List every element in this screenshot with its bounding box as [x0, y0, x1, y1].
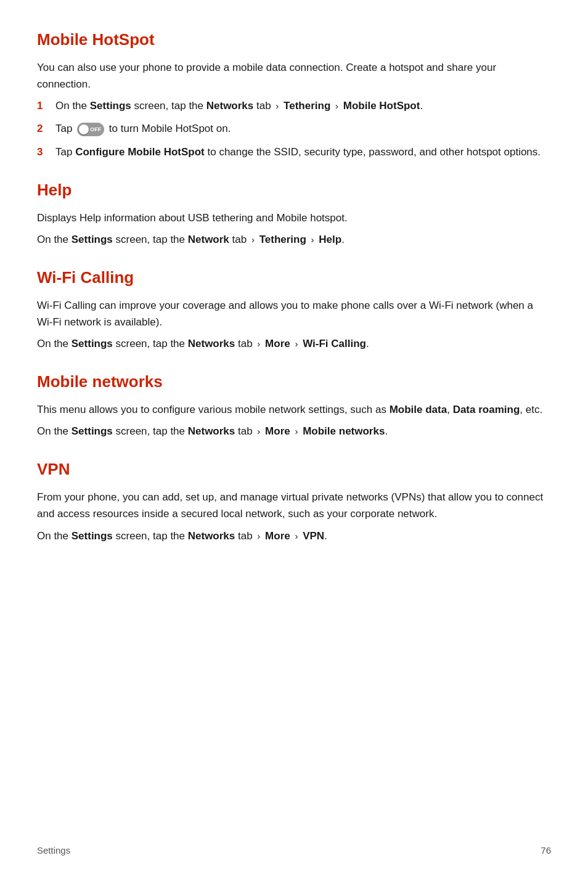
- footer-page-number: 76: [541, 844, 551, 858]
- section-title-vpn: VPN: [37, 459, 551, 480]
- vpn-text-2: On the Settings screen, tap the Networks…: [37, 528, 551, 544]
- hotspot-step-3: 3 Tap Configure Mobile HotSpot to change…: [37, 144, 551, 160]
- vpn-text-1: From your phone, you can add, set up, an…: [37, 489, 551, 522]
- section-body-vpn: From your phone, you can add, set up, an…: [37, 489, 551, 544]
- help-text-2: On the Settings screen, tap the Network …: [37, 231, 551, 248]
- page-footer: Settings 76: [37, 844, 551, 858]
- section-title-mobile-hotspot: Mobile HotSpot: [37, 30, 551, 51]
- mobile-networks-text-2: On the Settings screen, tap the Networks…: [37, 423, 551, 439]
- section-title-wifi-calling: Wi-Fi Calling: [37, 267, 551, 288]
- section-mobile-networks: Mobile networks This menu allows you to …: [37, 372, 551, 439]
- hotspot-step-1: 1 On the Settings screen, tap the Networ…: [37, 97, 551, 114]
- section-title-help: Help: [37, 180, 551, 201]
- section-body-mobile-hotspot: You can also use your phone to provide a…: [37, 59, 551, 160]
- wifi-calling-text-1: Wi-Fi Calling can improve your coverage …: [37, 297, 551, 330]
- section-wifi-calling: Wi-Fi Calling Wi-Fi Calling can improve …: [37, 267, 551, 352]
- section-title-mobile-networks: Mobile networks: [37, 372, 551, 393]
- toggle-icon: OFF: [77, 123, 104, 136]
- step-number-2: 2: [37, 120, 52, 137]
- step-text-2: Tap OFF to turn Mobile HotSpot on.: [55, 120, 551, 137]
- section-mobile-hotspot: Mobile HotSpot You can also use your pho…: [37, 30, 551, 160]
- hotspot-intro: You can also use your phone to provide a…: [37, 59, 551, 92]
- step-text-1: On the Settings screen, tap the Networks…: [55, 97, 551, 114]
- footer-left-label: Settings: [37, 844, 70, 858]
- step-number-3: 3: [37, 144, 52, 160]
- section-body-mobile-networks: This menu allows you to configure variou…: [37, 401, 551, 439]
- help-text-1: Displays Help information about USB teth…: [37, 210, 551, 226]
- page: Mobile HotSpot You can also use your pho…: [0, 0, 588, 882]
- step-number-1: 1: [37, 97, 52, 114]
- hotspot-steps: 1 On the Settings screen, tap the Networ…: [37, 97, 551, 160]
- section-help: Help Displays Help information about USB…: [37, 180, 551, 248]
- section-body-wifi-calling: Wi-Fi Calling can improve your coverage …: [37, 297, 551, 353]
- hotspot-step-2: 2 Tap OFF to turn Mobile HotSpot on.: [37, 120, 551, 137]
- section-vpn: VPN From your phone, you can add, set up…: [37, 459, 551, 544]
- section-body-help: Displays Help information about USB teth…: [37, 210, 551, 248]
- mobile-networks-text-1: This menu allows you to configure variou…: [37, 401, 551, 418]
- step-text-3: Tap Configure Mobile HotSpot to change t…: [55, 144, 551, 160]
- wifi-calling-text-2: On the Settings screen, tap the Networks…: [37, 335, 551, 352]
